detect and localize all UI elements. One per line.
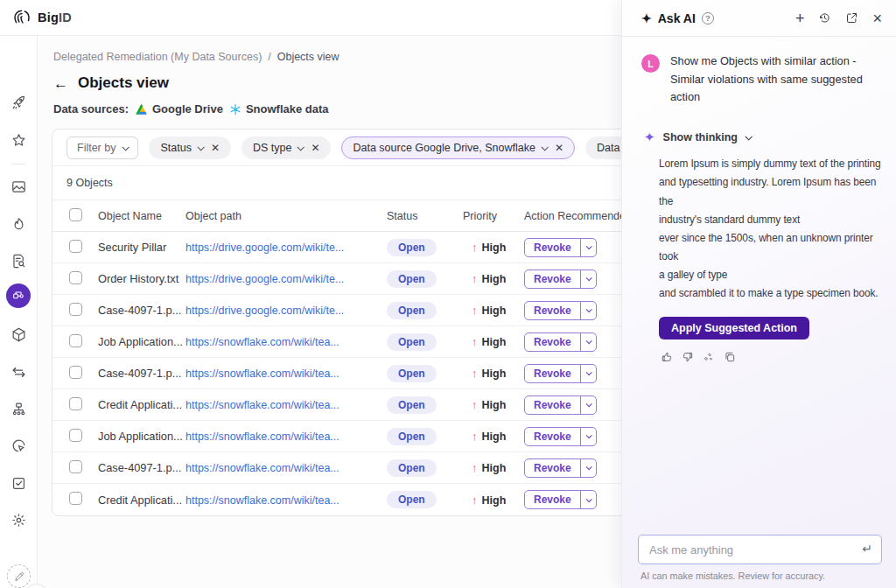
chevron-down-icon[interactable]	[580, 302, 596, 319]
col-action-recommended[interactable]: Action Recommended	[524, 210, 621, 222]
shield-pointer-icon[interactable]	[10, 437, 27, 454]
regenerate-icon[interactable]	[703, 351, 715, 363]
priority-value: High	[482, 242, 507, 254]
enter-icon[interactable]: ↵	[862, 542, 872, 556]
thumbs-up-icon[interactable]	[661, 351, 673, 363]
close-icon[interactable]: ✕	[555, 142, 564, 154]
help-icon[interactable]: ?	[702, 12, 714, 24]
chevron-down-icon	[541, 144, 548, 150]
show-thinking-toggle[interactable]: ✦ Show thinking	[644, 130, 884, 145]
ask-ai-title: Ask AI	[658, 11, 696, 25]
row-checkbox[interactable]	[69, 271, 82, 284]
row-checkbox[interactable]	[69, 460, 82, 473]
close-icon[interactable]: ×	[872, 10, 882, 26]
priority-up-icon: ↑	[472, 335, 478, 348]
status-badge: Open	[387, 428, 437, 445]
gear-icon[interactable]	[10, 511, 27, 528]
object-path-link[interactable]: https://drive.google.com/wiki/te...	[186, 304, 344, 317]
table-row: Security Pillar https://drive.google.com…	[52, 232, 621, 263]
object-path-link[interactable]: https://drive.google.com/wiki/te...	[186, 273, 344, 285]
document-search-icon[interactable]	[10, 252, 27, 270]
row-checkbox[interactable]	[69, 492, 82, 505]
object-path-link[interactable]: https://snowflake.com/wiki/tea...	[186, 336, 340, 348]
revoke-button[interactable]: Revoke	[524, 238, 597, 257]
row-checkbox[interactable]	[69, 366, 82, 379]
col-object-name[interactable]: Object Name	[98, 210, 186, 222]
ask-ai-input[interactable]	[638, 535, 882, 564]
transfer-arrows-icon[interactable]	[10, 363, 27, 381]
row-checkbox[interactable]	[69, 429, 82, 442]
priority-up-icon: ↑	[472, 430, 478, 443]
row-checkbox[interactable]	[69, 334, 82, 347]
row-checkbox[interactable]	[69, 303, 82, 316]
breadcrumb[interactable]: Delegated Remediation (My Data Sources) …	[53, 51, 621, 63]
objects-count: 9 Objects	[52, 166, 621, 200]
close-icon[interactable]: ✕	[211, 142, 220, 154]
status-badge: Open	[387, 459, 437, 477]
object-path-link[interactable]: https://drive.google.com/wiki/te...	[186, 242, 344, 254]
open-external-icon[interactable]	[845, 11, 858, 24]
object-name: Order History.txt	[98, 272, 186, 285]
object-name: Case-4097-1.p...	[98, 367, 186, 380]
back-button[interactable]: ←	[53, 76, 68, 91]
breadcrumb-parent[interactable]: Delegated Remediation (My Data Sources)	[53, 51, 262, 63]
row-checkbox[interactable]	[69, 240, 82, 253]
object-path-link[interactable]: https://snowflake.com/wiki/tea...	[186, 462, 340, 474]
remediation-icon-active[interactable]	[6, 284, 31, 308]
object-path-link[interactable]: https://snowflake.com/wiki/tea...	[186, 430, 340, 443]
revoke-button[interactable]: Revoke	[524, 427, 597, 446]
object-name: Job Application...	[98, 430, 186, 443]
apply-suggested-action-button[interactable]: Apply Suggested Action	[659, 317, 809, 340]
revoke-button[interactable]: Revoke	[524, 458, 597, 478]
filter-chip-data-source[interactable]: Data source Google Drive, Snowflake ✕	[341, 136, 575, 159]
filter-chip-data-owner[interactable]: Data owner ✕	[585, 136, 621, 159]
close-icon[interactable]: ✕	[311, 142, 319, 154]
rocket-icon[interactable]	[10, 94, 27, 111]
chevron-down-icon[interactable]	[580, 365, 596, 382]
status-badge: Open	[387, 302, 437, 319]
snowflake-icon	[229, 103, 242, 116]
revoke-button[interactable]: Revoke	[524, 332, 597, 352]
star-icon[interactable]	[10, 131, 27, 149]
google-drive-icon	[135, 103, 148, 116]
col-priority[interactable]: Priority	[463, 210, 524, 222]
status-badge: Open	[387, 333, 437, 351]
chevron-down-icon[interactable]	[580, 239, 596, 256]
chevron-down-icon[interactable]	[580, 428, 596, 445]
revoke-button[interactable]: Revoke	[524, 270, 597, 289]
user-message: L Show me Objects with similar action - …	[641, 52, 884, 107]
select-all-checkbox[interactable]	[69, 208, 82, 221]
object-path-link[interactable]: https://snowflake.com/wiki/tea...	[186, 368, 340, 380]
hierarchy-icon[interactable]	[10, 400, 27, 417]
object-path-link[interactable]: https://snowflake.com/wiki/tea...	[186, 494, 340, 507]
thumbs-down-icon[interactable]	[682, 351, 694, 363]
priority-up-icon: ↑	[472, 367, 478, 380]
revoke-button[interactable]: Revoke	[524, 490, 597, 509]
pencil-icon[interactable]	[7, 564, 31, 588]
left-sidebar: ‹ ›	[0, 36, 38, 588]
flame-icon[interactable]	[10, 215, 27, 233]
revoke-button[interactable]: Revoke	[524, 364, 597, 383]
revoke-button[interactable]: Revoke	[524, 396, 597, 415]
cube-icon[interactable]	[10, 326, 27, 343]
status-badge: Open	[387, 491, 437, 508]
filter-by-dropdown[interactable]: Filter by	[66, 136, 138, 159]
row-checkbox[interactable]	[69, 397, 82, 410]
new-chat-icon[interactable]: +	[795, 10, 805, 26]
chevron-down-icon[interactable]	[580, 270, 596, 288]
chevron-down-icon[interactable]	[580, 333, 596, 351]
col-status[interactable]: Status	[387, 210, 463, 222]
object-path-link[interactable]: https://snowflake.com/wiki/tea...	[186, 399, 340, 411]
chevron-down-icon[interactable]	[580, 459, 596, 477]
col-object-path[interactable]: Object path	[186, 210, 387, 222]
chevron-down-icon[interactable]	[580, 491, 596, 508]
image-icon[interactable]	[10, 178, 27, 195]
history-icon[interactable]	[818, 11, 831, 24]
chevron-down-icon[interactable]	[580, 396, 596, 414]
filter-chip-ds-type[interactable]: DS type ✕	[242, 136, 332, 159]
task-check-icon[interactable]	[10, 474, 27, 492]
filter-chip-status[interactable]: Status ✕	[149, 136, 231, 159]
bigid-logo[interactable]: BigID	[11, 7, 72, 28]
copy-icon[interactable]	[724, 351, 736, 363]
revoke-button[interactable]: Revoke	[524, 301, 597, 320]
